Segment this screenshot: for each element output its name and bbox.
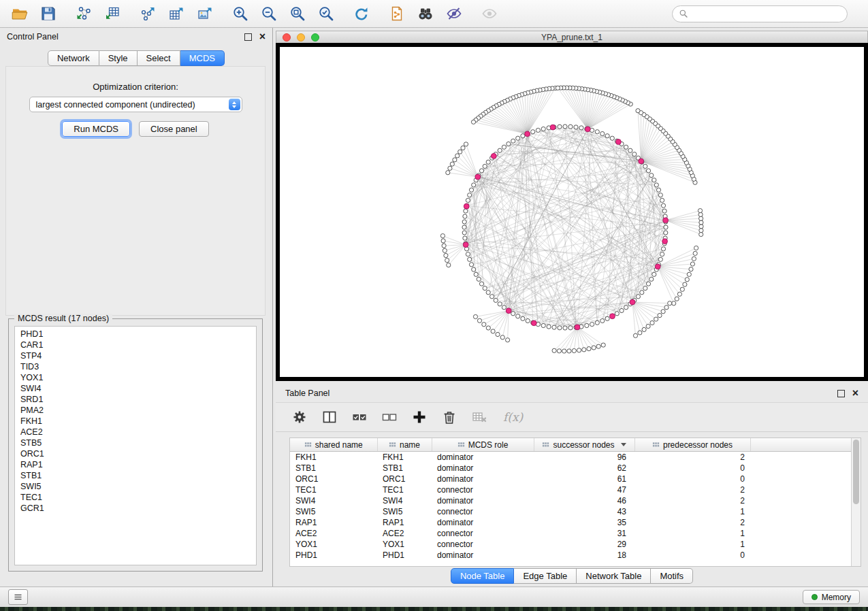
toolbar-group-refresh bbox=[351, 3, 372, 24]
window-zoom-button[interactable] bbox=[311, 33, 319, 42]
window-close-button[interactable] bbox=[283, 33, 291, 42]
show-details-button[interactable] bbox=[479, 3, 500, 24]
mcds-result-item[interactable]: SRD1 bbox=[15, 394, 256, 405]
tab-node-table[interactable]: Node Table bbox=[451, 568, 515, 584]
mcds-result-item[interactable]: SWI4 bbox=[15, 383, 256, 394]
tab-edge-table[interactable]: Edge Table bbox=[514, 568, 577, 584]
refresh-icon bbox=[353, 5, 370, 22]
cell-name: YOX1 bbox=[377, 539, 432, 550]
memory-button[interactable]: Memory bbox=[803, 590, 860, 604]
mcds-result-item[interactable]: ORC1 bbox=[15, 448, 256, 459]
show-columns-button[interactable] bbox=[319, 407, 340, 427]
refresh-layout-button[interactable] bbox=[351, 3, 372, 24]
zoom-selected-button[interactable] bbox=[316, 3, 336, 24]
zoom-out-button[interactable] bbox=[259, 3, 279, 24]
import-network-button[interactable] bbox=[74, 3, 94, 24]
close-panel-icon[interactable]: × bbox=[259, 31, 266, 42]
network-titlebar[interactable]: YPA_prune.txt_1 bbox=[276, 31, 868, 43]
table-row[interactable]: YOX1YOX1connector291 bbox=[290, 539, 851, 550]
deselect-all-icon bbox=[381, 409, 398, 425]
column-header-shared-name[interactable]: shared name bbox=[290, 438, 377, 452]
mcds-result-item[interactable]: STB5 bbox=[15, 437, 256, 448]
zoom-fit-button[interactable] bbox=[287, 3, 308, 24]
table-row[interactable]: SWI5SWI5connector431 bbox=[290, 506, 851, 517]
table-row[interactable]: ACE2ACE2connector311 bbox=[290, 528, 851, 539]
cell-mcds-role: dominator bbox=[432, 463, 534, 474]
create-column-button[interactable] bbox=[409, 407, 430, 427]
mcds-result-item[interactable]: RAP1 bbox=[15, 459, 256, 470]
cell-name: SWI4 bbox=[377, 495, 432, 506]
toolbar-group-session bbox=[10, 3, 59, 24]
cell-mcds-role: connector bbox=[432, 484, 534, 495]
table-row[interactable]: ORC1ORC1dominator610 bbox=[290, 474, 851, 484]
cell-shared-name: YOX1 bbox=[290, 539, 377, 550]
panels-menu-button[interactable] bbox=[8, 589, 28, 605]
close-mcds-panel-button[interactable]: Close panel bbox=[139, 121, 209, 137]
deselect-all-rows-button[interactable] bbox=[379, 407, 400, 427]
run-mcds-button[interactable]: Run MCDS bbox=[62, 121, 130, 137]
tab-mcds[interactable]: MCDS bbox=[180, 50, 225, 66]
tab-style[interactable]: Style bbox=[99, 50, 138, 66]
window-minimize-button[interactable] bbox=[297, 33, 305, 42]
export-table-button[interactable] bbox=[166, 3, 187, 24]
plus-icon bbox=[411, 409, 428, 425]
close-table-panel-icon[interactable]: × bbox=[852, 388, 858, 399]
mcds-result-item[interactable]: TID3 bbox=[15, 361, 256, 372]
delete-columns-button[interactable] bbox=[439, 407, 460, 427]
column-header-mcds-role[interactable]: MCDS role bbox=[432, 438, 534, 452]
search-input[interactable] bbox=[692, 8, 841, 19]
open-session-button[interactable] bbox=[10, 3, 30, 24]
mcds-result-item[interactable]: TEC1 bbox=[15, 492, 256, 503]
export-network-button[interactable] bbox=[138, 3, 158, 24]
mcds-result-item[interactable]: STP4 bbox=[15, 350, 256, 361]
delete-table-button[interactable] bbox=[469, 407, 489, 427]
select-all-rows-button[interactable] bbox=[349, 407, 370, 427]
network-canvas[interactable] bbox=[280, 47, 864, 377]
mcds-buttons-row: Run MCDS Close panel bbox=[6, 121, 265, 137]
column-header-predecessor-nodes[interactable]: predecessor nodes bbox=[634, 438, 750, 452]
table-row[interactable]: RAP1RAP1dominator352 bbox=[290, 517, 851, 528]
import-table-button[interactable] bbox=[102, 3, 123, 24]
table-settings-button[interactable] bbox=[289, 407, 310, 427]
tab-network[interactable]: Network bbox=[48, 50, 99, 66]
table-scrollbar[interactable] bbox=[851, 438, 861, 566]
optimization-criterion-select[interactable]: largest connected component (undirected) bbox=[29, 97, 242, 112]
table-row[interactable]: FKH1FKH1dominator962 bbox=[290, 452, 851, 463]
column-header-name[interactable]: name bbox=[377, 438, 432, 452]
tab-select[interactable]: Select bbox=[138, 50, 180, 66]
mcds-result-item[interactable]: ACE2 bbox=[15, 427, 256, 437]
zoom-in-button[interactable] bbox=[230, 3, 251, 24]
node-table-scroll-area[interactable]: shared name name MCDS role successor nod… bbox=[290, 438, 851, 566]
table-panel-header: Table Panel × bbox=[276, 386, 868, 401]
mcds-result-item[interactable]: YOX1 bbox=[15, 372, 256, 383]
search-box[interactable] bbox=[672, 5, 848, 22]
table-row[interactable]: STB1STB1dominator620 bbox=[290, 463, 851, 474]
mcds-result-list[interactable]: PHD1 CAR1 STP4 TID3 YOX1 SWI4 SRD1 PMA2 … bbox=[14, 326, 257, 565]
table-row[interactable]: PHD1PHD1dominator180 bbox=[290, 550, 851, 561]
export-image-button[interactable] bbox=[195, 3, 215, 24]
mcds-result-item[interactable]: PMA2 bbox=[15, 405, 256, 416]
mcds-result-item[interactable]: STB1 bbox=[15, 470, 256, 481]
mcds-result-item[interactable]: CAR1 bbox=[15, 340, 256, 350]
clone-network-button[interactable] bbox=[387, 3, 407, 24]
table-row[interactable]: TEC1TEC1connector472 bbox=[290, 484, 851, 495]
column-header-filler bbox=[750, 438, 851, 452]
tab-network-table[interactable]: Network Table bbox=[577, 568, 651, 584]
float-table-panel-icon[interactable] bbox=[837, 390, 845, 397]
table-scrollbar-thumb[interactable] bbox=[853, 440, 859, 504]
float-panel-icon[interactable] bbox=[244, 33, 252, 41]
mcds-result-item[interactable]: PHD1 bbox=[15, 329, 256, 340]
chevron-down-icon[interactable] bbox=[621, 443, 626, 446]
mcds-result-item[interactable]: SWI5 bbox=[15, 481, 256, 492]
mcds-result-item[interactable]: GCR1 bbox=[15, 503, 256, 514]
save-session-button[interactable] bbox=[38, 3, 59, 24]
table-row[interactable]: SWI4SWI4dominator462 bbox=[290, 495, 851, 506]
hide-details-button[interactable] bbox=[444, 3, 464, 24]
cell-successor-nodes: 47 bbox=[534, 484, 634, 495]
find-button[interactable] bbox=[415, 3, 436, 24]
function-builder-button[interactable]: f(x) bbox=[503, 410, 523, 424]
mcds-result-item[interactable]: FKH1 bbox=[15, 416, 256, 427]
column-header-successor-nodes[interactable]: successor nodes bbox=[534, 438, 634, 452]
hamburger-icon bbox=[13, 592, 23, 602]
tab-motifs[interactable]: Motifs bbox=[651, 568, 693, 584]
